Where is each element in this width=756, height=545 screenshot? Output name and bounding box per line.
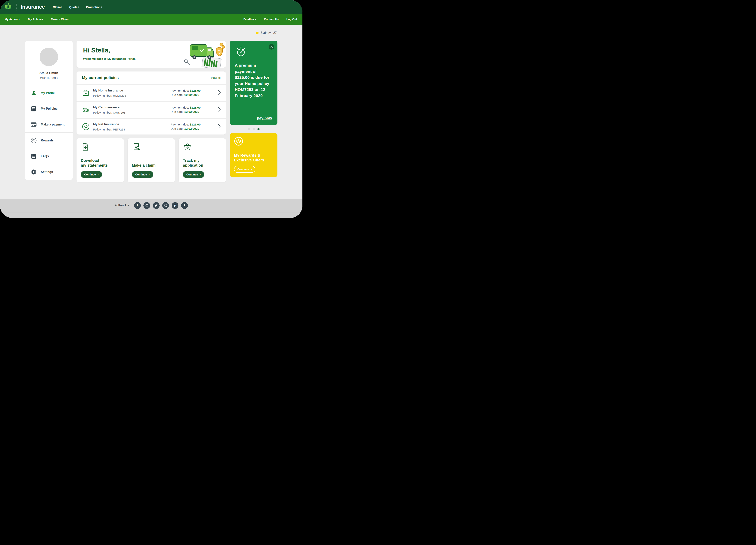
youtube-icon[interactable] [143,202,150,209]
footer-social-bar: Follow Us f p t [0,199,302,212]
topnav-promotions[interactable]: Promotions [86,5,102,9]
policy-info: My Pet Insurance Policy number: PET7293 [93,122,171,131]
gear-icon [30,169,37,175]
continue-label: Continue [237,168,249,171]
sidebar-item-my-portal[interactable]: My Portal [25,85,73,101]
credit-card-icon [30,121,37,128]
sidebar-item-my-policies[interactable]: My Policies [25,101,73,117]
carousel-dot-3-active[interactable] [257,128,260,130]
page-body: Sydney | 27 Stella Smith WX1092383 My Po… [0,25,302,199]
pinterest-glyph: p [174,204,176,207]
welcome-banner: Hi Stella, Welcome back to My Insurance … [77,41,226,68]
brand-logo-link[interactable]: Insurance [3,2,45,12]
premium-notice-text: A premium payment of $125.00 is due for … [235,62,272,99]
sun-icon [256,32,259,34]
subnav-make-a-claim[interactable]: Make a Claim [51,18,69,21]
sidebar: Stella Smith WX1092383 My Portal [25,41,73,180]
subnav-my-account[interactable]: My Account [5,18,20,21]
subnav-log-out[interactable]: Log Out [286,18,297,21]
continue-button[interactable]: Continue› [234,166,255,173]
payment-due-label: Payment due: [171,123,189,126]
premium-text-before: A premium payment of [235,63,257,74]
policy-payment: Payment due: $125.00 Due date: 12/02/202… [171,122,213,131]
tumblr-icon[interactable]: t [181,202,188,209]
policy-row-pet[interactable]: My Pet Insurance Policy number: PET7293 … [77,119,226,135]
due-date-label: Due date: [171,93,183,97]
welcome-illustration [181,41,225,68]
continue-button[interactable]: Continue› [81,171,102,178]
sidebar-item-label: Rewards [41,139,54,142]
subnav-contact-us[interactable]: Contact Us [264,18,279,21]
rewards-icon [30,137,37,144]
card-title-line1: Download [81,158,108,163]
insurance-portal-app: Insurance Claims Quotes Promotions My Ac… [0,0,302,218]
continue-label: Continue [186,173,198,176]
policy-number-value: CAR7293 [113,111,125,114]
make-a-claim-card: Make a claim Continue› [128,138,175,182]
chevron-right-icon: › [200,173,201,176]
checklist-icon [30,153,37,160]
facebook-icon[interactable]: f [134,202,141,209]
subnav-my-policies[interactable]: My Policies [28,18,43,21]
subnav-left: My Account My Policies Make a Claim [5,18,69,21]
sidebar-item-make-a-payment[interactable]: Make a payment [25,117,73,133]
policy-name: My Car Insurance [93,106,171,109]
policy-name: My Home Insurance [93,89,171,92]
follow-us-label: Follow Us [115,204,129,207]
pay-now-link[interactable]: pay now [257,116,272,120]
sidebar-item-rewards[interactable]: Rewards [25,133,73,148]
chevron-right-icon [218,107,221,113]
subnav-feedback[interactable]: Feedback [243,18,256,21]
briefcase-icon [82,89,90,97]
payment-due-value: $125.00 [190,123,201,126]
rewards-offers-card: My Rewards & Exclusive Offers Continue› [230,133,277,177]
sidebar-item-label: FAQs [41,155,49,158]
pinterest-icon[interactable]: p [172,202,178,209]
paw-icon [82,122,90,131]
continue-button[interactable]: Continue› [183,171,204,178]
carousel-dot-2[interactable] [253,128,255,130]
continue-label: Continue [84,173,96,176]
profile-id: WX1092383 [27,77,71,80]
view-all-link[interactable]: view all [211,76,221,79]
facebook-glyph: f [137,204,138,207]
carousel-dots [230,128,277,130]
sidebar-item-settings[interactable]: Settings [25,164,73,180]
chevron-right-icon [218,124,221,130]
rewards-title-line1: My Rewards & [234,153,264,158]
policy-number-value: PET7293 [113,128,125,131]
card-title: Track my application [183,158,203,168]
topnav-claims[interactable]: Claims [53,5,62,9]
tumblr-glyph: t [184,204,185,207]
right-column: A premium payment of $125.00 is due for … [230,41,277,182]
profile-name: Stella Smith [27,71,71,75]
carousel-dot-1[interactable] [248,128,250,130]
twitter-icon[interactable] [153,202,160,209]
policy-row-home[interactable]: My Home Insurance Policy number: HOM7293… [77,85,226,101]
due-date-label: Due date: [171,127,183,130]
subnav-right: Feedback Contact Us Log Out [243,18,297,21]
account-navigation: My Account My Policies Make a Claim Feed… [0,14,302,25]
footer-bottom-strip [0,212,302,218]
policy-number: Policy number: CAR7293 [93,111,171,114]
card-title-line1: Make a claim [132,163,156,168]
track-application-card: Track my application Continue› [179,138,226,182]
due-date-value: 12/02/2020 [184,127,199,130]
chevron-right-icon: › [98,173,99,176]
close-icon[interactable] [269,44,274,50]
download-statements-card: Download my statements Continue› [77,138,124,182]
policy-number-value: HOM7293 [113,94,126,97]
policy-number: Policy number: PET7293 [93,128,171,131]
profile-summary: Stella Smith WX1092383 [25,41,73,85]
instagram-icon[interactable] [162,202,169,209]
policy-row-car[interactable]: My Car Insurance Policy number: CAR7293 … [77,102,226,118]
card-title: Download my statements [81,158,108,168]
brand-name: Insurance [21,4,45,10]
sidebar-item-faqs[interactable]: FAQs [25,148,73,164]
card-title: Make a claim [132,163,156,168]
policy-info: My Car Insurance Policy number: CAR7293 [93,106,171,114]
premium-amount: $125.00 [235,75,250,80]
continue-button[interactable]: Continue› [132,171,153,178]
main-column: Hi Stella, Welcome back to My Insurance … [77,41,226,182]
topnav-quotes[interactable]: Quotes [69,5,79,9]
